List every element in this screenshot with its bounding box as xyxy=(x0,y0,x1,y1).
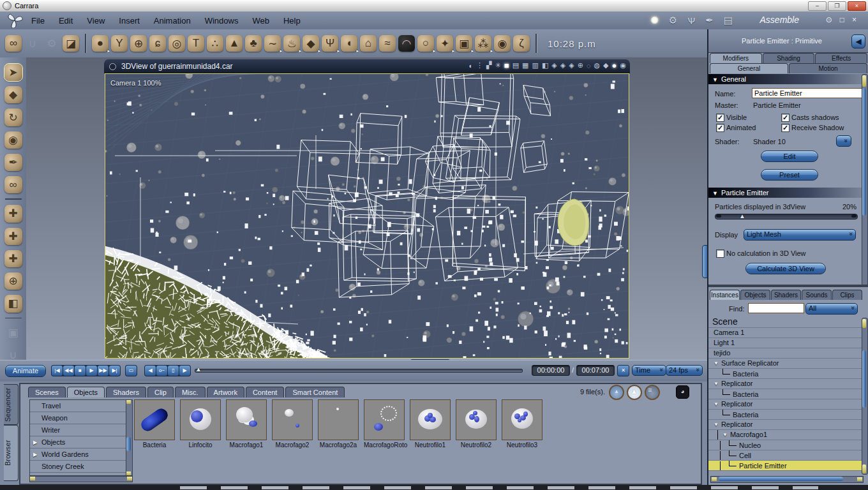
shield-flat-icon[interactable]: ◈ xyxy=(560,61,565,70)
layout-grid-icon[interactable]: ▦ xyxy=(522,61,528,70)
menu-animation[interactable]: Animation xyxy=(154,16,191,26)
properties-scrollbar[interactable] xyxy=(862,74,868,286)
viewport-menu-icon[interactable] xyxy=(109,63,116,70)
sphere-dotted-icon[interactable]: ◌ xyxy=(587,62,591,70)
find-input[interactable] xyxy=(748,303,804,313)
menu-help[interactable]: Help xyxy=(283,16,301,26)
content-item-macrofago2[interactable]: Macrofago2 xyxy=(272,399,313,449)
insert-rock-icon[interactable]: ◆▸ xyxy=(303,35,319,52)
assemble-hand-icon[interactable]: ✺ xyxy=(650,15,659,26)
content-item-neutrofilo3[interactable]: Neutrofilo3 xyxy=(502,399,542,449)
insert-text-icon[interactable]: T xyxy=(188,35,204,52)
rewind-button[interactable]: ◀◀ xyxy=(63,366,74,376)
add-key-button[interactable]: ο− xyxy=(156,366,167,376)
viewport-titlebar[interactable]: 3DView of guerrainmunidad4.car ◐⋮▞✳■▤▦▥◧… xyxy=(104,59,630,73)
tree-row-surface-replicator[interactable]: ▼Surface Replicator xyxy=(708,359,862,369)
browser-options-button[interactable]: ◕ xyxy=(676,385,689,399)
general-section-header[interactable]: ▼General xyxy=(708,74,864,84)
tab-artwork[interactable]: Artwork xyxy=(207,387,244,397)
time-mode-dropdown[interactable]: Time» xyxy=(632,365,666,376)
insert-spline-object-icon[interactable]: ⊕ xyxy=(130,35,147,52)
knot-icon[interactable]: ✳ xyxy=(495,61,501,70)
timeline-slider[interactable] xyxy=(195,369,523,373)
content-item-linfocito[interactable]: Linfocito xyxy=(180,399,221,449)
move-tool-icon[interactable]: ◆ xyxy=(4,86,22,103)
insert-particles-icon[interactable]: ∴ xyxy=(207,35,223,52)
insert-terrain-icon[interactable]: ▲ xyxy=(226,35,243,52)
layout-rows-icon[interactable]: ▤ xyxy=(513,61,519,70)
tab-motion[interactable]: Motion xyxy=(789,63,867,73)
camera-up-icon[interactable]: ⊕ xyxy=(578,61,583,70)
category-weapon[interactable]: Weapon xyxy=(30,412,126,424)
move-yz-manip-icon[interactable]: ✚ xyxy=(4,250,22,267)
go-start-button[interactable]: |◀ xyxy=(52,366,63,376)
display-dropdown[interactable]: Light Mesh» xyxy=(744,229,856,241)
fast-forward-button[interactable]: ▶▶ xyxy=(98,366,108,376)
expander-icon[interactable]: ▼ xyxy=(714,420,719,429)
insert-fire-icon[interactable]: ♨▸ xyxy=(283,35,300,52)
universal-manip-icon[interactable]: ⊕ xyxy=(4,272,22,290)
storyboard-icon[interactable]: Ѱ xyxy=(687,15,695,26)
insert-camera-icon[interactable]: ▣▸ xyxy=(456,35,472,52)
sphere-textured-icon[interactable]: ◉ xyxy=(620,61,626,70)
expander-icon[interactable]: ▼ xyxy=(722,430,728,440)
timeline-thumb[interactable]: ▲ xyxy=(195,366,202,373)
restore-icon[interactable]: □ xyxy=(840,15,844,24)
content-item-macrofagoroto[interactable]: MacrofagoRoto xyxy=(364,399,405,449)
close-button[interactable]: × xyxy=(848,1,866,11)
menu-web[interactable]: Web xyxy=(252,16,269,26)
next-key-button[interactable]: ▶ xyxy=(179,366,190,376)
insert-torus-icon[interactable]: ◎ xyxy=(168,35,185,52)
tree-row-tejido[interactable]: tejido xyxy=(708,348,862,359)
prev-key-button[interactable]: ◀ xyxy=(145,366,156,376)
tab-scenes[interactable]: Scenes xyxy=(28,387,66,397)
category-stoney-creek[interactable]: Stoney Creek xyxy=(30,461,126,473)
tree-row-particle-emitter[interactable]: Particle Emitter xyxy=(708,461,862,471)
fps-dropdown[interactable]: 24 fps» xyxy=(666,365,703,376)
insert-bone-icon[interactable]: ζ xyxy=(513,35,530,52)
tree-row-replicator[interactable]: ▼Replicator xyxy=(708,420,862,430)
preview-tv-button[interactable]: ▭ xyxy=(126,366,137,376)
insert-sphere-icon[interactable]: ●▸ xyxy=(92,35,108,52)
minimize-button[interactable]: – xyxy=(808,1,827,11)
tab-shaders[interactable]: Shaders xyxy=(106,387,146,397)
tree-hscrollbar[interactable] xyxy=(710,476,864,483)
menu-edit[interactable]: Edit xyxy=(59,16,73,26)
tree-row-nucleo[interactable]: Nucleo xyxy=(708,440,862,450)
end-time-display[interactable]: 00:07:00 xyxy=(576,365,615,376)
menu-windows[interactable]: Windows xyxy=(205,16,239,26)
preset-button[interactable]: Preset xyxy=(761,169,818,181)
loop-toggle-button[interactable]: ✕ xyxy=(617,365,629,376)
tab-content[interactable]: Content xyxy=(246,387,285,397)
scene-preview-icon[interactable]: ▞ xyxy=(486,61,491,70)
expander-icon[interactable]: ▼ xyxy=(714,399,719,409)
layout-columns-icon[interactable]: ▥ xyxy=(532,61,538,70)
current-time-display[interactable]: 00:00:00 xyxy=(532,365,570,376)
go-end-button[interactable]: ▶| xyxy=(109,366,120,376)
delete-key-button[interactable]: ▯ xyxy=(168,366,179,376)
stop-button[interactable]: ■ xyxy=(75,366,86,376)
tree-row-light-1[interactable]: Light 1 xyxy=(708,338,862,348)
find-filter-dropdown[interactable]: All» xyxy=(805,303,858,315)
tree-row-bacteria[interactable]: Bacteria xyxy=(708,389,862,399)
insert-sky-icon[interactable]: ◠ xyxy=(398,35,415,52)
tab-general[interactable]: General xyxy=(710,63,788,73)
insert-target-icon[interactable]: ◉ xyxy=(494,35,511,52)
tree-row-cell[interactable]: Cell xyxy=(708,450,862,461)
proportions-icon[interactable]: ⋮ xyxy=(476,61,483,70)
browser-tab[interactable]: Browser xyxy=(4,425,19,481)
texture-pen-icon[interactable]: ✒ xyxy=(705,15,714,26)
category-vscrollbar[interactable] xyxy=(126,399,133,476)
move-xz-manip-icon[interactable]: ✚ xyxy=(4,228,22,245)
no-calculation-checkbox[interactable] xyxy=(716,249,724,258)
category-writer[interactable]: Writer xyxy=(30,424,126,436)
tree-vscrollbar[interactable] xyxy=(862,318,868,475)
paint-mode-icon[interactable]: ◐ xyxy=(468,62,473,70)
maximize-button[interactable]: ❐ xyxy=(828,1,846,11)
viewport-3d-canvas[interactable]: Camera 1 100% xyxy=(105,73,629,359)
tab-objects[interactable]: Objects xyxy=(740,290,770,300)
model-wrench-icon[interactable]: ⚙ xyxy=(669,15,677,26)
sphere-wire-icon[interactable]: ◍ xyxy=(594,61,600,70)
insert-cloud-icon[interactable]: ∼▸ xyxy=(264,35,281,52)
visible-checkbox[interactable]: ✓ xyxy=(716,114,724,122)
